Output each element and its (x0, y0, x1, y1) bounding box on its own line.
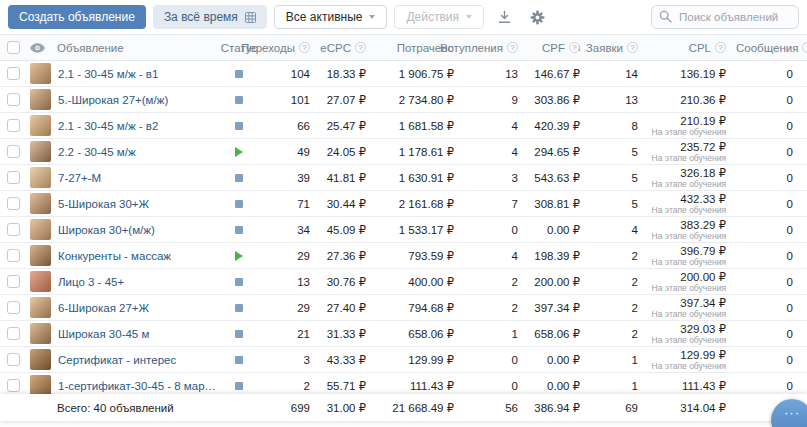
ad-thumbnail (30, 193, 51, 214)
ad-name-link[interactable]: 2.1 - 30-45 м/ж - в2 (58, 120, 158, 132)
total-ecpc: 31.00 ₽ (316, 401, 372, 415)
row-checkbox[interactable] (7, 223, 20, 236)
ad-name-link[interactable]: Сертификат - интерес (58, 354, 176, 366)
clicks-value: 21 (258, 328, 316, 340)
spent-value: 1 178.61 ₽ (372, 145, 460, 159)
row-checkbox[interactable] (7, 171, 20, 184)
search-box (651, 5, 799, 29)
ecpc-value: 27.36 ₽ (316, 249, 372, 263)
row-checkbox[interactable] (7, 249, 20, 262)
chevron-down-icon (466, 15, 472, 19)
row-checkbox[interactable] (7, 327, 20, 340)
table-row: 5.-Широкая 27+(м/ж) 101 27.07 ₽ 2 734.80… (0, 87, 807, 113)
row-checkbox[interactable] (7, 93, 20, 106)
clicks-value: 101 (258, 94, 316, 106)
cpl-training-note: На этапе обучения (652, 128, 726, 137)
ad-thumbnail (30, 375, 51, 396)
ad-name-link[interactable]: 1-сертификат-30-45 - 8 марта м+ж (58, 380, 220, 392)
ad-name-link[interactable]: 5.-Широкая 27+(м/ж) (58, 94, 168, 106)
messages-value: 0 (736, 120, 807, 132)
ad-name-link[interactable]: 2.2 - 30-45 м/ж (58, 146, 136, 158)
row-checkbox[interactable] (7, 197, 20, 210)
leads-value: 2 (586, 276, 644, 288)
totals-label: Всего: 40 объявлений (48, 402, 258, 414)
messages-value: 0 (736, 250, 807, 262)
leads-value: 14 (586, 68, 644, 80)
joins-value: 0 (460, 224, 524, 236)
table-row: 7-27+-М 39 41.81 ₽ 1 630.91 ₽ 3 543.63 ₽… (0, 165, 807, 191)
messages-value: 0 (736, 354, 807, 366)
status-icon (235, 226, 243, 234)
period-label: За всё время (164, 10, 238, 24)
ad-name-link[interactable]: 6-Широкая 27+Ж (58, 302, 149, 314)
ad-thumbnail (30, 297, 51, 318)
cpl-value: 136.19 ₽ (680, 68, 726, 80)
period-filter-button[interactable]: За всё время (153, 5, 267, 29)
row-checkbox[interactable] (7, 353, 20, 366)
create-ad-button[interactable]: Создать объявление (8, 5, 146, 29)
cpf-value: 303.86 ₽ (524, 93, 586, 107)
select-all-checkbox[interactable] (7, 41, 20, 54)
row-checkbox[interactable] (7, 301, 20, 314)
messages-value: 0 (736, 198, 807, 210)
status-icon (235, 147, 243, 157)
table-row: Широкая 30+(м/ж) 34 45.09 ₽ 1 533.17 ₽ 0… (0, 217, 807, 243)
leads-value: 2 (586, 250, 644, 262)
cpl-header-label: CPL (689, 42, 711, 54)
status-filter-dropdown[interactable]: Все активные (274, 5, 388, 29)
messages-value: 0 (736, 224, 807, 236)
cpf-value: 543.63 ₽ (524, 171, 586, 185)
search-input[interactable] (651, 5, 799, 29)
messages-value: 0 (736, 328, 807, 340)
cpl-value: 111.43 ₽ (682, 380, 726, 392)
joins-value: 1 (460, 328, 524, 340)
cpf-value: 0.00 ₽ (524, 379, 586, 393)
ad-name-link[interactable]: 5-Широкая 30+Ж (58, 198, 149, 210)
column-header-joins[interactable]: Вступления (460, 42, 524, 54)
row-checkbox[interactable] (7, 119, 20, 132)
column-header-leads[interactable]: ↓ Заявки (586, 42, 644, 54)
status-icon (235, 70, 243, 78)
status-icon (235, 96, 243, 104)
messages-value: 0 (736, 68, 807, 80)
ad-name-link[interactable]: 2.1 - 30-45 м/ж - в1 (58, 68, 158, 80)
joins-value: 3 (460, 172, 524, 184)
joins-value: 7 (460, 198, 524, 210)
spent-value: 2 161.68 ₽ (372, 197, 460, 211)
table-row: Широкая 30-45 м 21 31.33 ₽ 658.06 ₽ 1 65… (0, 321, 807, 347)
clicks-value: 2 (258, 380, 316, 392)
calendar-grid-icon (245, 12, 256, 23)
ad-name-link[interactable]: Конкуренты - массаж (58, 250, 171, 262)
ad-thumbnail (30, 219, 51, 240)
column-header-name[interactable]: Объявление (48, 42, 220, 54)
row-checkbox[interactable] (7, 67, 20, 80)
ad-name-link[interactable]: Широкая 30+(м/ж) (58, 224, 155, 236)
column-header-clicks[interactable]: Переходы (258, 42, 316, 54)
visibility-column-header[interactable] (26, 43, 48, 53)
clicks-value: 29 (258, 302, 316, 314)
cpf-header-label: CPF (542, 42, 565, 54)
settings-button[interactable] (524, 5, 550, 29)
column-header-ecpc[interactable]: eCPC (316, 42, 372, 54)
row-checkbox[interactable] (7, 275, 20, 288)
ad-thumbnail (30, 141, 51, 162)
ad-name-link[interactable]: 7-27+-М (58, 172, 101, 184)
ad-name-link[interactable]: Широкая 30-45 м (58, 328, 149, 340)
status-filter-label: Все активные (286, 10, 363, 24)
row-checkbox[interactable] (7, 145, 20, 158)
messages-value: 0 (736, 94, 807, 106)
ad-name-link[interactable]: Лицо 3 - 45+ (58, 276, 124, 288)
row-checkbox[interactable] (7, 379, 20, 392)
total-spent: 21 668.49 ₽ (372, 401, 460, 415)
actions-dropdown: Действия (394, 5, 484, 29)
ecpc-header-label: eCPC (320, 42, 351, 54)
ecpc-value: 45.09 ₽ (316, 223, 372, 237)
total-clicks: 699 (258, 402, 316, 414)
leads-value: 8 (586, 120, 644, 132)
actions-label: Действия (406, 10, 459, 24)
cpl-training-note: На этапе обучения (652, 206, 726, 215)
column-header-cpl[interactable]: CPL (644, 42, 736, 54)
column-header-messages[interactable]: Сообщения (736, 42, 807, 54)
export-button[interactable] (491, 5, 517, 29)
table-row: 5-Широкая 30+Ж 71 30.44 ₽ 2 161.68 ₽ 7 3… (0, 191, 807, 217)
